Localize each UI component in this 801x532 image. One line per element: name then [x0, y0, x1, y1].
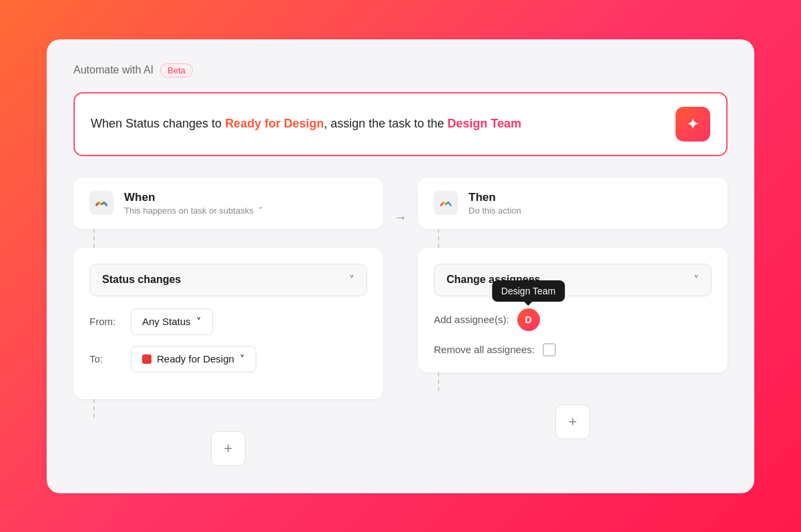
status-changes-label: Status changes — [102, 274, 181, 286]
automate-label: Automate with AI — [73, 64, 154, 76]
dotted-line-right-2 — [438, 372, 728, 391]
clickup-logo-when — [89, 191, 113, 215]
when-subtitle: This happens on task or subtasks ˅ — [124, 206, 263, 216]
when-card: When This happens on task or subtasks ˅ — [73, 178, 383, 229]
remove-all-checkbox[interactable] — [543, 343, 556, 356]
status-dot-red — [142, 354, 152, 364]
assignee-avatar[interactable]: Design Team D — [517, 308, 540, 331]
chevron-down-icon-from: ˅ — [196, 316, 202, 328]
dotted-line-left-1 — [93, 229, 383, 248]
remove-all-row: Remove all assignees: — [434, 343, 712, 356]
to-row: To: Ready for Design ˅ — [89, 346, 367, 372]
then-subtitle: Do this action — [469, 206, 521, 216]
prompt-text: When Status changes to Ready for Design,… — [91, 115, 521, 133]
prompt-highlight1: Ready for Design — [225, 117, 324, 130]
dotted-line-left-2 — [93, 399, 383, 418]
plus-icon-left: + — [224, 440, 233, 457]
action-section: Change assignees ˅ Add assignee(s): Desi… — [418, 248, 728, 372]
when-column: When This happens on task or subtasks ˅ … — [73, 178, 383, 466]
to-value-text: Ready for Design — [157, 353, 234, 364]
prompt-text-before: When Status changes to — [91, 117, 225, 130]
chevron-down-icon-to: ˅ — [240, 353, 245, 365]
then-title: Then — [469, 191, 521, 204]
from-value-text: Any Status — [142, 316, 191, 327]
condition-card: Status changes ˅ From: Any Status ˅ To: — [73, 248, 383, 399]
prompt-highlight2: Design Team — [447, 117, 521, 130]
add-step-button-left[interactable]: + — [211, 431, 246, 466]
chevron-down-icon-status: ˅ — [349, 274, 354, 286]
to-value-dropdown[interactable]: Ready for Design ˅ — [131, 346, 256, 372]
from-value-dropdown[interactable]: Any Status ˅ — [131, 308, 213, 335]
header-row: Automate with AI Beta — [73, 63, 728, 77]
beta-badge: Beta — [160, 63, 193, 77]
plus-icon-right: + — [569, 413, 577, 431]
add-step-button-right[interactable]: + — [555, 405, 590, 439]
prompt-box: When Status changes to Ready for Design,… — [73, 92, 728, 156]
when-title: When — [124, 191, 263, 204]
remove-all-label: Remove all assignees: — [434, 344, 535, 355]
status-changes-select[interactable]: Status changes ˅ — [89, 264, 367, 296]
sparkle-icon: ✦ — [686, 115, 700, 134]
assignee-initial: D — [525, 314, 532, 325]
then-column: Then Do this action Change assignees ˅ A… — [418, 178, 728, 439]
automation-layout: When This happens on task or subtasks ˅ … — [73, 178, 728, 466]
clickup-logo-then — [434, 191, 458, 215]
from-row: From: Any Status ˅ — [89, 308, 367, 335]
clickup-svg-when — [94, 196, 109, 210]
then-card: Then Do this action — [418, 178, 728, 229]
main-card: Automate with AI Beta When Status change… — [47, 39, 754, 493]
to-label: To: — [89, 353, 123, 364]
add-assignee-label: Add assignee(s): — [434, 314, 509, 325]
sparkle-button[interactable]: ✦ — [676, 107, 710, 142]
chevron-down-icon-assignees: ˅ — [694, 274, 699, 286]
change-assignees-select[interactable]: Change assignees ˅ — [434, 264, 712, 296]
clickup-svg-then — [439, 196, 453, 210]
from-label: From: — [89, 316, 123, 327]
arrow-icon: → — [394, 210, 407, 225]
when-card-text: When This happens on task or subtasks ˅ — [124, 191, 263, 216]
dotted-line-right-1 — [438, 229, 728, 248]
arrow-connector: → — [383, 210, 418, 225]
add-assignee-row: Add assignee(s): Design Team D — [434, 308, 712, 331]
design-team-tooltip: Design Team — [492, 280, 565, 302]
prompt-text-middle: , assign the task to the — [324, 117, 447, 130]
when-dropdown-indicator[interactable]: ˅ — [258, 206, 263, 216]
then-card-text: Then Do this action — [469, 191, 521, 216]
